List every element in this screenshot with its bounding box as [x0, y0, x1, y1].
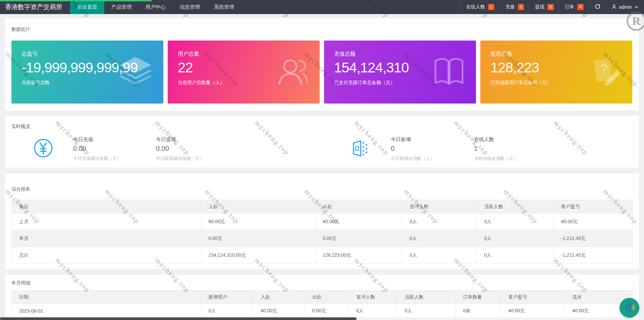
column-header: 客户盈亏 — [553, 200, 632, 213]
column-header: 出款 — [315, 200, 402, 213]
user-name: admin — [619, 4, 632, 10]
cell: 0条 — [455, 304, 501, 318]
cell: 本月 — [12, 230, 201, 247]
detail-table-wrap: 日期 新增用户 入款 出款 首冲人数 活跃人数 订单数量 客户盈亏 流水 202… — [11, 290, 633, 318]
horizontal-scrollbar-thumb[interactable] — [0, 317, 357, 320]
chevron-up-icon — [634, 4, 639, 10]
realtime-panel: 实时概况 今日充值 0.00 今日充值成功金额（元） 今日提现 0.00 今日提… — [5, 116, 639, 168]
document-edit-icon: ? — [588, 55, 623, 89]
detail-header-row: 日期 新增用户 入款 出款 首冲人数 活跃人数 订单数量 客户盈亏 流水 — [12, 291, 633, 304]
stat-value: 1 — [474, 145, 518, 152]
cell: 0人 — [397, 304, 455, 318]
cell: 上月 — [12, 213, 201, 230]
cell: ¥0.00元 — [253, 304, 305, 318]
cell: ¥0.00元 — [553, 213, 632, 230]
column-header: 活跃人数 — [397, 291, 455, 304]
cell: 0人 — [477, 213, 554, 230]
online-users-badge: 1 — [488, 4, 494, 10]
withdraw-badge: 0 — [547, 4, 554, 10]
withdraw-item[interactable]: 提现 0 — [529, 0, 559, 14]
cell: -1,212.45元 — [553, 247, 632, 264]
main-menu: 后台首页 产品管理 用户中心 信息管理 系统管理 — [70, 0, 241, 14]
cell: 154,124,310.00元 — [201, 247, 315, 264]
cell: 总计 — [12, 247, 201, 264]
recharge-badge: 0 — [518, 4, 524, 10]
refresh-button[interactable] — [589, 0, 606, 14]
recharge-item[interactable]: 充值 0 — [500, 0, 530, 14]
cell: -1,212.45元 — [553, 230, 632, 247]
card-total-recharge: 充值总额 154,124,310 已支付充值订单总金额（元） — [324, 41, 476, 104]
cell: 0.00元 — [201, 230, 315, 247]
cell: ¥0.00元 — [501, 304, 565, 318]
cell: 2023-08-01 — [12, 304, 201, 318]
open-book-icon — [431, 56, 467, 89]
detail-row: 2023-08-01 0人 ¥0.00元 0.00元 0人 0人 0条 ¥0.0… — [12, 304, 633, 318]
building-icon — [351, 139, 369, 159]
person-icon — [611, 4, 617, 10]
cell: 0人 — [477, 247, 554, 264]
online-users-item[interactable]: 在线人数 1 — [461, 0, 500, 14]
cell: 0人 — [402, 213, 477, 230]
column-header: 客户盈亏 — [501, 291, 565, 304]
refresh-icon — [595, 4, 600, 10]
registered-trademark-watermark: R — [627, 11, 644, 31]
column-header: 活跃人数 — [477, 200, 554, 213]
column-header: 出款 — [305, 291, 348, 304]
orders-item[interactable]: 订单 0 — [559, 0, 589, 14]
orders-label: 订单 — [565, 4, 574, 10]
column-header: 首冲人数 — [349, 291, 397, 304]
brand-title: 香港数字资产交易所 — [0, 0, 67, 14]
stat-label: 在线人数 — [474, 136, 518, 143]
orders-badge: 0 — [577, 4, 584, 10]
menu-item-user-center[interactable]: 用户中心 — [139, 0, 173, 14]
cell: 128,223.00元 — [315, 247, 402, 264]
stat-desc: 当前在线会员数（人） — [474, 155, 518, 162]
users-icon — [275, 55, 310, 89]
menu-item-information[interactable]: 信息管理 — [173, 0, 207, 14]
card-total-withdraw: 提现总额 128,223 已完成提现订单总金额（元） ? — [480, 41, 632, 104]
report-header-row: 备注 入款 出款 首冲人数 活跃人数 客户盈亏 — [12, 200, 633, 213]
stat-cards: 总盈亏 -19,999,999,999,99 当前盈亏总数 用户总量 22 当前… — [5, 41, 639, 104]
column-header: 日期 — [12, 291, 201, 304]
svg-text:?: ? — [601, 62, 608, 76]
report-panel-title: 综合报表 — [5, 174, 639, 192]
menu-item-products[interactable]: 产品管理 — [104, 0, 139, 14]
cell: 0.00元 — [305, 304, 348, 318]
detail-panel: 本月明细 日期 新增用户 入款 出款 首冲人数 活跃人数 订单数量 客户盈亏 流… — [5, 275, 639, 320]
top-navbar: 香港数字资产交易所 后台首页 产品管理 用户中心 信息管理 系统管理 在线人数 … — [0, 0, 644, 14]
speaker-icon — [624, 301, 636, 315]
withdraw-label: 提现 — [535, 4, 544, 10]
loading-progress-bar — [0, 0, 152, 1]
stat-desc: 今日充值成功金额（元） — [73, 155, 121, 162]
cell: 0人 — [402, 230, 477, 247]
online-users-label: 在线人数 — [466, 4, 485, 10]
detail-table: 日期 新增用户 入款 出款 首冲人数 活跃人数 订单数量 客户盈亏 流水 202… — [11, 290, 633, 318]
today-new-users-stat: 今日新增 0 今日新增会员数（人） — [391, 136, 434, 162]
menu-item-system[interactable]: 系统管理 — [207, 0, 241, 14]
column-header: 新增用户 — [201, 291, 253, 304]
stats-panel: 数据统计 总盈亏 -19,999,999,999,99 当前盈亏总数 用户总量 … — [5, 18, 639, 111]
floating-audio-button[interactable] — [620, 298, 639, 318]
online-members-stat: 在线人数 1 当前在线会员数（人） — [474, 136, 518, 162]
yen-circle-icon — [34, 138, 53, 159]
stat-label: 今日提现 — [156, 136, 204, 143]
detail-panel-title: 本月明细 — [5, 275, 639, 286]
page: 香港数字资产交易所 后台首页 产品管理 用户中心 信息管理 系统管理 在线人数 … — [0, 0, 644, 320]
cell: 0人 — [477, 230, 554, 247]
report-panel: 综合报表 备注 入款 出款 首冲人数 活跃人数 客户盈亏 上月 ¥0.00元 ¥… — [5, 174, 639, 269]
stat-value: 0.00 — [156, 145, 204, 152]
stat-label: 今日充值 — [73, 136, 121, 143]
report-row-total: 总计 154,124,310.00元 128,223.00元 0人 0人 -1,… — [12, 247, 633, 264]
stat-desc: 今日新增会员数（人） — [391, 155, 434, 162]
recharge-label: 充值 — [505, 4, 515, 10]
report-table: 备注 入款 出款 首冲人数 活跃人数 客户盈亏 上月 ¥0.00元 ¥0.00元… — [11, 200, 633, 264]
cell: 0人 — [201, 304, 253, 318]
column-header: 备注 — [12, 200, 201, 213]
menu-item-dashboard[interactable]: 后台首页 — [70, 0, 104, 14]
cell: 0人 — [402, 247, 477, 264]
card-label: 充值总额 — [334, 41, 476, 58]
today-withdraw-stat: 今日提现 0.00 今日提现成功金额（元） — [156, 136, 204, 162]
layers-icon — [117, 55, 154, 89]
stat-desc: 今日提现成功金额（元） — [156, 155, 204, 162]
report-row-last-month: 上月 ¥0.00元 ¥0.00元 0人 0人 ¥0.00元 — [12, 213, 633, 230]
